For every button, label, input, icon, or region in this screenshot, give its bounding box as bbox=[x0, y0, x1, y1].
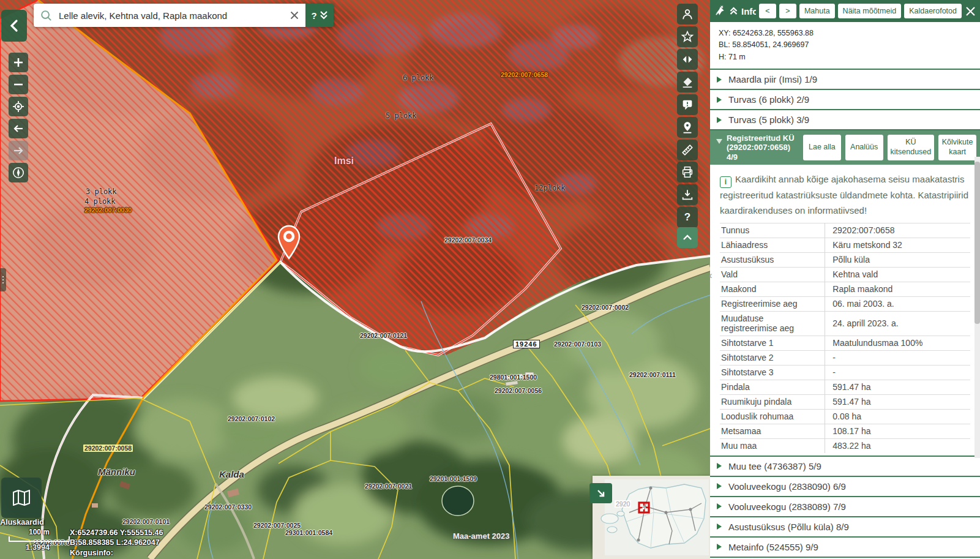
zoom-out-button[interactable] bbox=[9, 75, 28, 94]
basemap-button[interactable] bbox=[1, 478, 42, 518]
feedback-button[interactable] bbox=[677, 94, 698, 115]
collapse-panel-icon[interactable] bbox=[729, 6, 738, 16]
table-value: 108.17 ha bbox=[825, 424, 970, 438]
accordion-label: Vooluveekogu (2838089) 7/9 bbox=[728, 501, 846, 512]
table-row: Sihtotstarve 3- bbox=[720, 365, 970, 380]
collapse-arrow-icon bbox=[716, 139, 722, 144]
scale-distance: 100 m bbox=[9, 528, 70, 536]
expand-arrow-icon bbox=[717, 77, 722, 83]
overview-partial-label: 2920 bbox=[615, 500, 631, 508]
search-icon bbox=[40, 9, 53, 22]
table-row: Muudatuse registreerimise aeg24. aprill … bbox=[720, 311, 970, 336]
cursor-bl: B:58.858385 L:24.962047 bbox=[70, 538, 163, 547]
accordion-item[interactable]: Asustusüksus (Põllu küla) 8/9 bbox=[710, 517, 980, 538]
cursor-xy: X:6524739.66 Y:555515.46 bbox=[70, 528, 163, 538]
table-value: 591.47 ha bbox=[825, 380, 970, 394]
panel-scrollbar[interactable] bbox=[974, 157, 980, 458]
expand-search-icon[interactable] bbox=[320, 10, 328, 21]
scrollbar-thumb[interactable] bbox=[974, 162, 980, 324]
table-label: Registreerimise aeg bbox=[720, 296, 825, 311]
table-label: Asustusüksus bbox=[720, 252, 825, 267]
header-button[interactable]: Näita mõõtmeid bbox=[838, 4, 902, 18]
accordion-item[interactable]: Vooluveekogu (2838090) 6/9 bbox=[710, 477, 980, 497]
expand-arrow-icon bbox=[717, 544, 722, 550]
action-button[interactable]: Kõlvikute kaart bbox=[938, 135, 976, 160]
table-value: 24. aprill 2023. a. bbox=[825, 311, 970, 336]
panel-title: Info bbox=[741, 6, 756, 17]
header-button[interactable]: Mahuta bbox=[799, 4, 835, 18]
table-row: Pindala591.47 ha bbox=[720, 380, 970, 394]
table-row: ValdKehtna vald bbox=[720, 267, 970, 282]
accordion-item[interactable]: Maardla piir (Imsi) 1/9 bbox=[710, 70, 980, 90]
location-marker-pin bbox=[277, 224, 301, 261]
geolocate-button[interactable] bbox=[9, 97, 28, 116]
table-row: Registreerimise aeg06. mai 2003. a. bbox=[720, 296, 970, 311]
print-button[interactable] bbox=[677, 162, 698, 182]
accordion-item[interactable]: Metainfo (524555) 9/9 bbox=[710, 538, 980, 558]
accordion-label: Turvas (6 plokk) 2/9 bbox=[728, 94, 809, 105]
accordion-label: Metainfo (524555) 9/9 bbox=[728, 542, 818, 552]
overview-collapse-button[interactable] bbox=[589, 483, 612, 503]
table-value: 0.08 ha bbox=[825, 409, 970, 424]
toolbar-collapse-button[interactable] bbox=[677, 227, 698, 248]
scale-bracket bbox=[9, 536, 70, 542]
history-forward-button[interactable] bbox=[9, 141, 28, 160]
coord-xy: XY: 6524263.28, 555963.88 bbox=[719, 28, 971, 39]
map-canvas[interactable]: 6 plokk5 plokk29202:007:0658Imsi12plokk3… bbox=[0, 0, 710, 559]
table-value: - bbox=[825, 350, 970, 365]
table-label: Sihtotstarve 1 bbox=[720, 336, 825, 350]
prev-feature-button[interactable]: < bbox=[759, 4, 776, 18]
add-location-button[interactable] bbox=[677, 117, 698, 138]
panel-edge-collapse-icon[interactable]: ‹ bbox=[709, 269, 713, 282]
pin-panel-icon[interactable] bbox=[714, 5, 726, 17]
search-box[interactable] bbox=[34, 4, 305, 27]
eraser-button[interactable] bbox=[677, 72, 698, 92]
table-value: Rapla maakond bbox=[825, 282, 970, 296]
measure-button[interactable] bbox=[677, 140, 698, 160]
accordion-item-expanded[interactable]: Registreeritud KÜ (29202:007:0658) 4/9 L… bbox=[710, 130, 980, 165]
help-button[interactable]: ? bbox=[677, 207, 698, 228]
accordion-item[interactable]: Muu tee (4736387) 5/9 bbox=[710, 457, 980, 477]
clear-search-icon[interactable] bbox=[290, 10, 299, 20]
expand-arrow-icon bbox=[717, 483, 722, 489]
table-value: Käru metskond 32 bbox=[825, 238, 970, 252]
table-label: Muu maa bbox=[720, 438, 825, 453]
sidebar-drag-handle[interactable] bbox=[0, 268, 6, 291]
accordion-label: Asustusüksus (Põllu küla) 8/9 bbox=[728, 522, 849, 532]
history-back-button[interactable] bbox=[9, 119, 28, 138]
accordion-label: Registreeritud KÜ (29202:007:0658) 4/9 bbox=[727, 133, 799, 162]
accordion-item[interactable]: Vooluveekogu (2838089) 7/9 bbox=[710, 497, 980, 517]
zoom-in-button[interactable] bbox=[9, 53, 28, 72]
expand-arrow-icon bbox=[717, 523, 722, 530]
layer-description: iKaardikiht annab kõige ajakohasema seis… bbox=[720, 172, 970, 218]
search-input[interactable] bbox=[58, 10, 285, 21]
next-feature-button[interactable]: > bbox=[779, 4, 796, 18]
action-button[interactable]: Lae alla bbox=[803, 135, 841, 160]
compare-maps-button[interactable] bbox=[677, 49, 698, 70]
download-button[interactable] bbox=[677, 184, 698, 205]
map-application: 6 plokk5 plokk29202:007:0658Imsi12plokk3… bbox=[0, 0, 980, 559]
bookmarks-button[interactable] bbox=[677, 26, 698, 47]
compass-button[interactable] bbox=[9, 163, 28, 182]
action-button[interactable]: Analüüs bbox=[845, 135, 883, 160]
header-button[interactable]: Kaldaerofotod bbox=[904, 4, 962, 18]
basemap-button-label: Aluskaardid bbox=[0, 518, 44, 527]
panel-header-buttons: MahutaNäita mõõtmeidKaldaerofotod bbox=[799, 4, 962, 18]
search-help-button[interactable]: ? bbox=[311, 10, 316, 21]
table-label: Vald bbox=[720, 267, 825, 282]
action-button[interactable]: KÜ kitsendused bbox=[888, 135, 935, 160]
accordion-item[interactable]: Turvas (6 plokk) 2/9 bbox=[710, 90, 980, 110]
table-value: 591.47 ha bbox=[825, 394, 970, 409]
close-panel-icon[interactable] bbox=[965, 6, 976, 17]
scale-ratio: 1:3994 bbox=[26, 543, 70, 552]
table-value: - bbox=[825, 365, 970, 380]
cadastral-attributes-table: Tunnus29202:007:0658LähiaadressKäru mets… bbox=[720, 223, 970, 453]
collapse-search-button[interactable] bbox=[1, 10, 27, 42]
accordion-item[interactable]: Turvas (5 plokk) 3/9 bbox=[710, 110, 980, 130]
coord-h: H: 71 m bbox=[719, 51, 971, 63]
table-row: Muu maa483.22 ha bbox=[720, 438, 970, 453]
table-label: Muudatuse registreerimise aeg bbox=[720, 311, 825, 336]
search-bar: ? bbox=[34, 4, 334, 27]
user-account-button[interactable] bbox=[677, 4, 698, 24]
expand-arrow-icon bbox=[717, 97, 722, 103]
